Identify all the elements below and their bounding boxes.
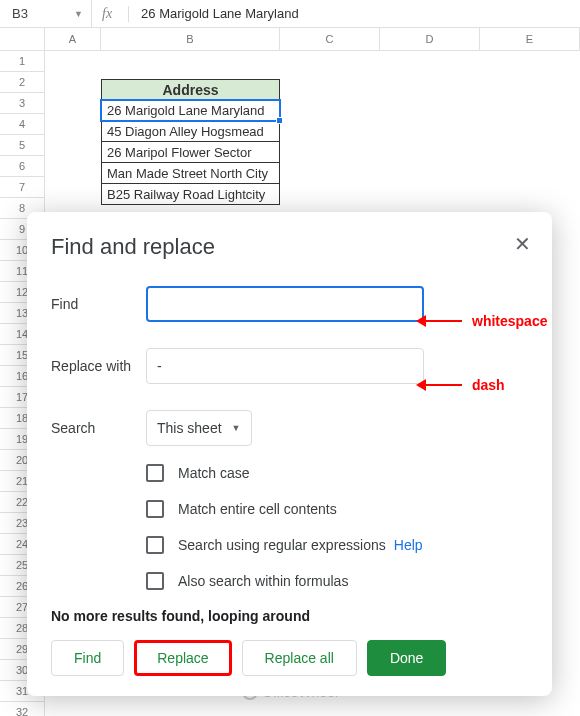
replace-button[interactable]: Replace (134, 640, 231, 676)
search-formulas-checkbox[interactable] (146, 572, 164, 590)
table-cell[interactable]: 26 Marigold Lane Maryland (101, 100, 280, 121)
match-case-label: Match case (178, 465, 250, 481)
help-link[interactable]: Help (394, 537, 423, 553)
formula-bar: B3 ▼ fx 26 Marigold Lane Maryland (0, 0, 580, 28)
row-header[interactable]: 3 (0, 93, 45, 114)
row-header[interactable]: 7 (0, 177, 45, 198)
name-box[interactable]: B3 ▼ (0, 0, 92, 27)
annotation-whitespace: whitespace (416, 313, 547, 329)
column-header[interactable]: E (480, 28, 580, 50)
row-header[interactable]: 4 (0, 114, 45, 135)
match-entire-label: Match entire cell contents (178, 501, 337, 517)
column-header[interactable]: B (101, 28, 280, 50)
done-button[interactable]: Done (367, 640, 446, 676)
cell-reference: B3 (12, 6, 28, 21)
row-header[interactable]: 6 (0, 156, 45, 177)
row-header[interactable]: 32 (0, 702, 45, 716)
search-scope-dropdown[interactable]: This sheet ▼ (146, 410, 252, 446)
divider (128, 6, 129, 22)
dialog-title: Find and replace (51, 234, 528, 260)
search-label: Search (51, 420, 146, 436)
find-button[interactable]: Find (51, 640, 124, 676)
formula-input[interactable]: 26 Marigold Lane Maryland (135, 6, 580, 21)
table-cell[interactable]: B25 Railway Road Lightcity (101, 184, 280, 205)
fx-icon: fx (92, 6, 122, 22)
find-replace-dialog: Find and replace ✕ Find Replace with Sea… (27, 212, 552, 696)
annotation-text: whitespace (472, 313, 547, 329)
dropdown-value: This sheet (157, 420, 222, 436)
selection-handle[interactable] (276, 117, 283, 124)
column-headers: A B C D E (0, 28, 580, 51)
select-all-corner[interactable] (0, 28, 45, 50)
table-cell[interactable]: 26 Maripol Flower Sector (101, 142, 280, 163)
data-table: Address 26 Marigold Lane Maryland 45 Dia… (101, 79, 280, 205)
match-case-checkbox[interactable] (146, 464, 164, 482)
chevron-down-icon: ▼ (74, 9, 83, 19)
annotation-dash: dash (416, 377, 505, 393)
replace-label: Replace with (51, 358, 146, 374)
replace-all-button[interactable]: Replace all (242, 640, 357, 676)
row-header[interactable]: 2 (0, 72, 45, 93)
table-cell[interactable]: 45 Diagon Alley Hogsmead (101, 121, 280, 142)
regex-label: Search using regular expressions (178, 537, 386, 553)
annotation-text: dash (472, 377, 505, 393)
row-header[interactable]: 1 (0, 51, 45, 72)
column-header[interactable]: D (380, 28, 480, 50)
close-icon[interactable]: ✕ (510, 232, 534, 256)
search-formulas-label: Also search within formulas (178, 573, 348, 589)
caret-down-icon: ▼ (232, 423, 241, 433)
column-header[interactable]: A (45, 28, 101, 50)
column-header[interactable]: C (280, 28, 380, 50)
row-header[interactable]: 5 (0, 135, 45, 156)
replace-input[interactable] (146, 348, 424, 384)
find-input[interactable] (146, 286, 424, 322)
cell-value: 26 Marigold Lane Maryland (107, 103, 265, 118)
find-label: Find (51, 296, 146, 312)
status-message: No more results found, looping around (51, 608, 528, 624)
match-entire-checkbox[interactable] (146, 500, 164, 518)
regex-checkbox[interactable] (146, 536, 164, 554)
table-cell[interactable]: Man Made Street North City (101, 163, 280, 184)
table-header-cell[interactable]: Address (101, 79, 280, 100)
